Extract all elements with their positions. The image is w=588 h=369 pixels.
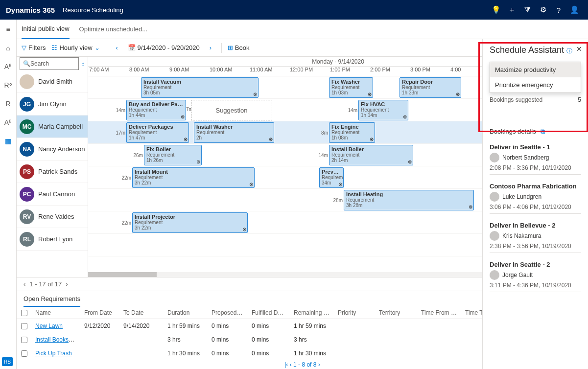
travel-gap: 28m [88,189,344,211]
info-icon[interactable]: ⓘ [566,47,572,54]
requirement-link[interactable]: New Lawn [35,323,63,329]
avatar: PS [20,164,34,179]
hour-label: 12:00 PM [289,67,329,76]
left-rail: ≡ ⌂ Aᴱ Rᵒ R Aᴱ ▦ [0,20,17,369]
hour-label: 11:00 AM [249,67,289,76]
resource-row[interactable]: David Smith [17,70,88,93]
booking-block[interactable]: Repair DoorRequirement1h 33m⊗ [400,77,461,98]
resource-row[interactable]: RLRobert Lyon [17,228,88,251]
nav-icon-3[interactable]: R [2,98,14,110]
pager-next[interactable]: › [66,280,68,288]
resource-name: Patrick Sands [38,168,77,175]
bpager-next[interactable]: › [318,361,320,368]
lightbulb-icon[interactable]: 💡 [488,2,504,18]
lock-icon: ⊗ [338,182,342,187]
resource-row[interactable]: RVRene Valdes [17,206,88,228]
requirement-link[interactable]: Install Booksh... [35,336,77,343]
goal-option-productivity[interactable]: Maximize productivity [490,62,581,77]
nav-icon-1[interactable]: Aᴱ [2,61,14,72]
tab-open-requirements[interactable]: Open Requirements [24,291,80,307]
detail-time: 3:11 PM - 4:36 PM, 10/19/2020 [490,282,581,292]
booking-detail[interactable]: Contoso Pharma FabricationLuke Lundgren3… [490,183,581,214]
book-button[interactable]: ⊞Book [228,44,250,51]
avatar: MC [20,119,34,134]
booking-block[interactable]: Install ProjectorRequirement3h 22m⊗ [132,212,248,233]
nav-icon-2[interactable]: Rᵒ [2,79,14,91]
booking-block[interactable]: Fix HVACRequirement1h 14m⊗ [358,100,408,120]
booking-block[interactable]: Fix EngineRequirement1h 08m⊗ [329,122,375,143]
resource-name: Jim Glynn [38,100,67,108]
bpager-prev[interactable]: ‹ [290,361,292,368]
home-icon[interactable]: ⌂ [2,42,14,54]
detail-time: 3:06 PM - 4:06 PM, 10/19/2020 [490,204,581,214]
avatar [490,192,499,202]
filter-icon[interactable]: ⧩ [519,2,535,18]
resource-row[interactable]: NANancy Anderson [17,138,88,161]
next-range-button[interactable]: › [206,44,215,51]
detail-time: 2:08 PM - 3:36 PM, 10/19/2020 [490,164,581,175]
gear-icon[interactable]: ⚙ [535,2,551,18]
avatar: JG [20,97,34,112]
detail-title: Deliver in Seattle - 1 [490,143,581,151]
requirement-link[interactable]: Pick Up Trash [35,350,72,357]
top-bar: Dynamics 365 Resource Scheduling 💡 ＋ ⧩ ⚙… [0,0,588,20]
detail-time: 2:38 PM - 3:56 PM, 10/19/2020 [490,243,581,253]
hamburger-icon[interactable]: ≡ [2,23,14,35]
filters-button[interactable]: ▽Filters [22,44,46,51]
booking-block[interactable]: Fix WasherRequirement1h 03m⊗ [329,77,373,98]
hourly-view-dropdown[interactable]: ☷Hourly view⌄ [51,44,99,51]
resource-row[interactable]: JGJim Glynn [17,93,88,115]
user-icon[interactable]: 👤 [566,2,582,18]
booking-block[interactable]: Install BoilerRequirement2h 14m⊗ [329,145,413,165]
booking-detail[interactable]: Deliver in Seattle - 1Norbert Sandberg2:… [490,143,581,175]
resource-row[interactable]: MCMaria Campbell [17,115,88,138]
sort-icon[interactable]: ↕ [82,60,85,68]
resource-row[interactable]: PCPaul Cannon [17,183,88,206]
plus-icon[interactable]: ＋ [504,2,519,18]
bpager-first[interactable]: |‹ [284,361,288,368]
avatar: RV [20,209,34,224]
bookings-details-label: Bookings details [490,128,536,135]
schedule-assistant-panel: ✕ Schedule Assistant ⓘ Goal: Maximize pr… [482,39,588,369]
resource-name: David Smith [38,78,72,85]
avatar [490,231,499,241]
lock-icon: ⊗ [469,204,472,209]
schedule-board-icon[interactable]: ▦ [2,135,14,147]
goal-option-emergency[interactable]: Prioritize emergency [490,77,581,92]
row-checkbox[interactable] [21,350,27,357]
row-checkbox[interactable] [21,337,27,343]
prev-range-button[interactable]: ‹ [112,44,122,51]
popout-icon[interactable]: ⧉ [541,128,545,135]
module-name: Resource Scheduling [63,6,123,14]
hour-label: 8:00 AM [128,67,168,76]
person-name: Jorge Gault [502,272,533,278]
avatar [490,270,499,280]
booking-detail[interactable]: Deliver in Seattle - 2Jorge Gault3:11 PM… [490,261,581,292]
booking-detail[interactable]: Deliver in Bellevue - 2Kris Nakamura2:38… [490,222,581,253]
resource-name: Robert Lyon [38,235,72,243]
hour-label: 7:00 AM [88,67,128,76]
booking-block[interactable]: Install MountRequirement3h 22m⊗ [132,167,255,188]
lock-icon: ⊗ [403,114,407,119]
date-range-picker[interactable]: 📅9/14/2020 - 9/20/2020 [128,44,200,51]
select-all-checkbox[interactable] [21,310,27,316]
resource-name: Paul Cannon [38,190,75,198]
help-icon[interactable]: ? [551,2,566,18]
row-checkbox[interactable] [21,323,27,329]
travel-gap: 22m [88,211,132,234]
tab-initial-public-view[interactable]: Initial public view [22,20,70,39]
tab-optimize-unscheduled[interactable]: Optimize unscheduled... [79,20,147,39]
search-input[interactable]: 🔍 Search [20,57,79,70]
booking-block[interactable]: Install HeatingRequirement3h 28m⊗ [344,190,474,210]
detail-title: Deliver in Bellevue - 2 [490,222,581,229]
booking-block[interactable]: Install VacuumRequirement3h 05m⊗ [141,77,259,98]
resource-row[interactable]: PSPatrick Sands [17,161,88,183]
pager-prev[interactable]: ‹ [24,280,25,288]
close-icon[interactable]: ✕ [576,45,582,53]
person-name: Norbert Sandberg [502,154,549,161]
nav-icon-4[interactable]: Aᴱ [2,116,14,128]
resource-name: Rene Valdes [38,213,74,220]
avatar: RL [20,232,34,247]
suggestion-block[interactable]: Suggestion [191,100,272,120]
booking-block[interactable]: PreventRequiremen34m⊗ [319,167,344,188]
